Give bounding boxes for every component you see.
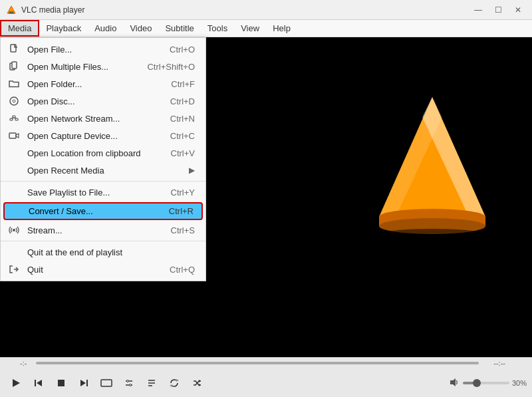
time-elapsed: -:- [20,359,33,367]
volume-slider[interactable] [463,378,509,388]
menu-media[interactable]: Media [0,20,39,37]
svg-point-35 [130,384,132,386]
svg-point-8 [13,100,15,102]
menu-convert-save[interactable]: Convert / Save... Ctrl+R [3,202,203,220]
svg-rect-11 [15,118,18,120]
svg-marker-42 [199,384,201,386]
svg-marker-27 [37,380,42,386]
svg-line-12 [11,118,14,118]
capture-icon [7,129,21,142]
controls-bottom: 30% [0,368,532,397]
svg-rect-9 [10,118,13,120]
svg-rect-14 [9,133,16,138]
menu-stream[interactable]: Stream... Ctrl+S [1,221,205,239]
menu-audio[interactable]: Audio [88,20,123,37]
stream-icon [7,223,21,237]
svg-line-13 [14,118,17,118]
seekbar-container: -:- --:-- [0,358,532,368]
multiple-files-icon [7,60,21,73]
menu-open-capture[interactable]: Open Capture Device... Ctrl+C [1,127,205,144]
menu-help[interactable]: Help [266,20,297,37]
vlc-cone-svg [372,90,492,237]
next-button[interactable] [73,372,94,394]
folder-icon [7,77,21,90]
volume-percentage: 30% [512,379,527,387]
minimize-button[interactable]: — [469,3,487,17]
svg-marker-39 [176,379,179,382]
dropdown-panel: Open File... Ctrl+O Open Multiple Files.… [0,37,206,281]
svg-rect-2 [9,13,14,14]
disc-icon [7,94,21,108]
menu-open-network[interactable]: Open Network Stream... Ctrl+N [1,110,205,127]
vlc-icon [5,4,17,16]
svg-point-33 [127,380,129,382]
shuffle-button[interactable] [186,372,207,394]
network-icon [7,112,21,125]
toggle-playlist-button[interactable] [96,372,117,394]
controls-bar: -:- --:-- [0,357,532,397]
svg-rect-28 [58,380,65,386]
svg-marker-41 [199,380,201,382]
svg-rect-10 [13,116,15,118]
stop-button[interactable] [51,372,72,394]
svg-marker-43 [450,378,456,386]
save-icon [7,186,21,199]
menu-quit[interactable]: Quit Ctrl+Q [1,261,205,278]
time-total: --:-- [481,359,505,367]
menu-open-recent[interactable]: Open Recent Media ▶ [1,162,205,179]
svg-marker-40 [170,384,172,387]
volume-icon [450,378,460,389]
menu-video[interactable]: Video [123,20,158,37]
menu-subtitle[interactable]: Subtitle [158,20,200,37]
menubar: Media Playback Audio Video Subtitle Tool… [0,20,532,37]
menu-view[interactable]: View [234,20,266,37]
menu-open-multiple[interactable]: Open Multiple Files... Ctrl+Shift+O [1,58,205,75]
window-title: VLC media player [21,5,469,15]
svg-marker-30 [80,380,86,386]
quit-end-icon [7,245,21,259]
seekbar[interactable] [36,362,479,364]
file-icon [7,43,21,56]
playlist-button[interactable] [141,372,162,394]
svg-rect-3 [11,45,16,52]
maximize-button[interactable]: ☐ [489,3,507,17]
svg-point-16 [13,229,15,231]
clipboard-icon [7,146,21,160]
play-button[interactable] [5,372,27,394]
svg-rect-31 [101,380,112,386]
recent-icon [7,164,21,177]
quit-icon [7,263,21,276]
menu-tools[interactable]: Tools [201,20,234,37]
svg-rect-1 [9,11,13,13]
menu-open-file[interactable]: Open File... Ctrl+O [1,41,205,58]
svg-marker-25 [13,379,20,387]
menu-quit-end[interactable]: Quit at the end of playlist [1,243,205,261]
window-controls: — ☐ ✕ [469,3,527,17]
menu-save-playlist[interactable]: Save Playlist to File... Ctrl+Y [1,184,205,201]
volume-knob [473,379,481,387]
separator-1 [1,181,205,182]
svg-rect-6 [12,62,17,68]
prev-button[interactable] [28,372,49,394]
loop-button[interactable] [164,372,185,394]
convert-icon [11,205,25,218]
media-dropdown: Open File... Ctrl+O Open Multiple Files.… [0,37,206,281]
svg-point-7 [10,97,18,105]
volume-area: 30% [450,378,527,389]
menu-open-folder[interactable]: Open Folder... Ctrl+F [1,75,205,92]
volume-track [463,382,509,384]
titlebar: VLC media player — ☐ ✕ [0,0,532,20]
menu-playback[interactable]: Playback [39,20,88,37]
separator-2 [1,241,205,241]
menu-open-disc[interactable]: Open Disc... Ctrl+D [1,92,205,110]
extended-settings-button[interactable] [118,372,140,394]
menu-open-location[interactable]: Open Location from clipboard Ctrl+V [1,144,205,162]
close-button[interactable]: ✕ [509,3,527,17]
